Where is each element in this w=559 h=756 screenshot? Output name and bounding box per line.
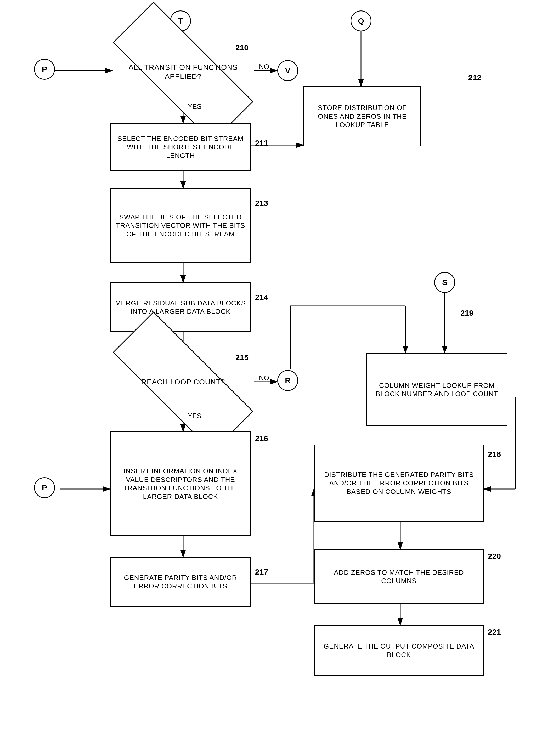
step-213: 213 [255,199,268,208]
diamond-215: REACH LOOP COUNT? [112,353,254,411]
box-216: INSERT INFORMATION ON INDEX VALUE DESCRI… [110,432,251,536]
connector-R-label: R [285,376,291,385]
box-211: SELECT THE ENCODED BIT STREAM WITH THE S… [110,123,251,171]
connector-P-mid: P [34,477,55,498]
diamond-210: ALL TRANSITION FUNCTIONS APPLIED? [112,43,254,101]
connector-V-label: V [285,66,290,75]
box-217: GENERATE PARITY BITS AND/OR ERROR CORREC… [110,557,251,607]
step-211: 211 [255,139,268,147]
connector-S: S [434,272,455,293]
connector-Q: Q [351,10,372,31]
connector-V: V [277,60,298,81]
box-220: ADD ZEROS TO MATCH THE DESIRED COLUMNS [314,549,484,604]
box-219: COLUMN WEIGHT LOOKUP FROM BLOCK NUMBER A… [366,353,508,426]
connector-R: R [277,370,298,391]
step-214: 214 [255,293,268,302]
box-212: STORE DISTRIBUTION OF ONES AND ZEROS IN … [304,86,421,146]
flow-label-no-215: NO [259,374,269,382]
step-218: 218 [488,450,501,459]
connector-P-top-label: P [42,65,47,74]
flow-label-yes-215: YES [188,412,201,420]
connector-S-label: S [442,278,447,287]
step-212: 212 [468,73,481,82]
step-217: 217 [255,568,268,576]
box-221: GENERATE THE OUTPUT COMPOSITE DATA BLOCK [314,625,484,676]
box-218: DISTRIBUTE THE GENERATED PARITY BITS AND… [314,444,484,522]
step-221: 221 [488,627,501,637]
connector-Q-label: Q [358,17,364,25]
connector-T-label: T [178,17,183,25]
step-219: 219 [461,308,473,318]
diamond-215-text: REACH LOOP COUNT? [139,375,228,389]
step-220: 220 [488,552,501,561]
box-214: MERGE RESIDUAL SUB DATA BLOCKS INTO A LA… [110,282,251,332]
flow-label-yes-210: YES [188,102,201,111]
flow-label-no-210: NO [259,63,269,71]
step-215: 215 [236,353,248,362]
connector-P-mid-label: P [42,483,47,492]
diagram-container: T P 210 ALL TRANSITION FUNCTIONS APPLIED… [0,0,559,756]
diamond-210-text: ALL TRANSITION FUNCTIONS APPLIED? [112,60,254,84]
box-213: SWAP THE BITS OF THE SELECTED TRANSITION… [110,188,251,263]
connector-P-top: P [34,59,55,80]
step-216: 216 [255,434,268,443]
